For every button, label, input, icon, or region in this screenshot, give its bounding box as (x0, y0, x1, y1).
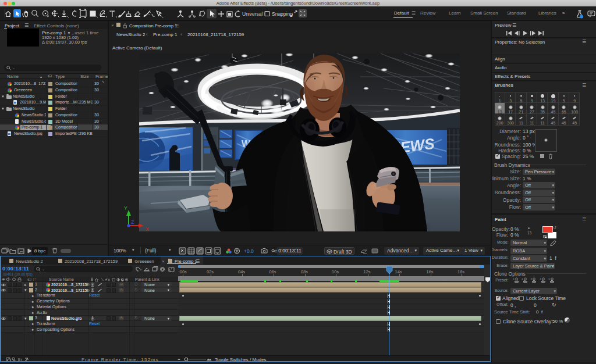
svg-text:Y: Y (124, 205, 127, 211)
svg-text:3: 3 (531, 277, 533, 280)
svg-text:Snapping: Snapping (272, 11, 293, 17)
svg-text:Universal: Universal (242, 11, 263, 17)
svg-text:5: 5 (548, 277, 550, 280)
svg-text:X: X (146, 226, 149, 232)
svg-text:Z: Z (131, 219, 134, 225)
svg-text:4: 4 (540, 277, 541, 280)
svg-text:+0.0: +0.0 (244, 248, 254, 254)
svg-text:2: 2 (522, 277, 524, 280)
svg-text:1: 1 (513, 277, 515, 280)
